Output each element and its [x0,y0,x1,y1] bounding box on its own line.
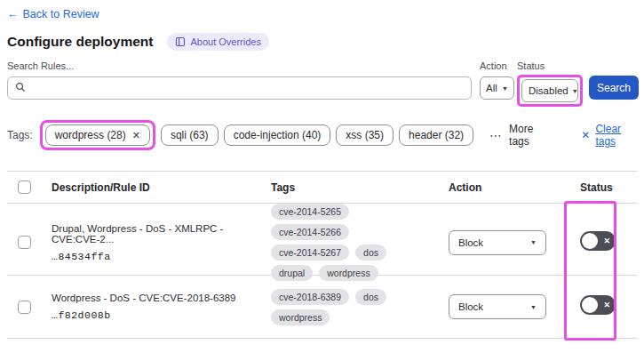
column-header-status: Status [573,181,637,194]
rule-id: …f82d008b [52,309,258,321]
row-checkbox-cell [7,236,52,249]
tags-label: Tags: [7,129,33,141]
action-select-value: Block [458,237,483,248]
search-rules-input[interactable] [31,82,464,94]
search-icon [15,80,26,96]
ellipsis-icon: ⋯ [489,128,503,142]
action-dropdown-value: All [486,83,497,93]
back-link-label: Back to Review [23,8,99,20]
book-icon [175,36,186,47]
tag-chip: dos [355,245,386,261]
status-dropdown-value: Disabled [529,85,568,96]
description-cell: Wordpress - DoS - CVE:CVE-2018-6389 …f82… [52,293,271,321]
status-toggle-off[interactable]: ✕ [580,231,616,251]
tag-chip: dos [355,289,386,305]
rule-description: Drupal, Wordpress - DoS - XMLRPC - CVE:C… [52,223,258,245]
tag-pill-label: header (32) [409,129,464,141]
row-action-cell: Block ▼ [449,294,573,319]
column-header-tags: Tags [271,181,449,194]
tag-chip: wordpress [319,265,378,281]
clear-tags-link[interactable]: ✕ Clear tags [581,123,644,148]
tag-chip: cve-2014-5265 [271,204,349,220]
about-overrides-label: About Overrides [190,36,260,47]
action-label: Action [480,60,514,71]
tag-pill-sqli[interactable]: sqli (63) [161,124,219,146]
status-filter-group: Status Disabled ▼ [517,60,583,107]
clear-tags-label: Clear tags [595,123,644,148]
column-header-description: Description/Rule ID [52,181,271,194]
status-dropdown-annotation-box: Disabled ▼ [517,75,583,107]
back-row: ← Back to Review [0,0,644,21]
rule-description: Wordpress - DoS - CVE:CVE-2018-6389 [52,293,258,303]
more-tags-button[interactable]: ⋯ More tags [489,123,556,148]
tag-pill-wordpress[interactable]: wordpress (28) ✕ [45,124,150,146]
table-row: Wordpress - DoS - CVE:CVE-2018-6389 …f82… [7,276,637,338]
selected-tag-annotation-box: wordpress (28) ✕ [40,120,155,150]
tag-chip: cve-2018-6389 [271,289,349,305]
tag-chip: cve-2014-5266 [271,224,349,240]
header-checkbox-cell [7,180,52,194]
row-checkbox-cell [7,301,52,314]
status-toggle-off[interactable]: ✕ [580,295,616,315]
row-status-cell: ✕ [573,231,637,254]
back-arrow-icon: ← [7,8,19,20]
table-row: Drupal, Wordpress - DoS - XMLRPC - CVE:C… [7,204,637,276]
action-select-value: Block [458,301,483,312]
toggle-off-icon: ✕ [603,237,610,245]
toggle-knob [582,297,598,313]
status-dropdown[interactable]: Disabled ▼ [521,79,578,102]
tag-chip: drupal [271,265,313,281]
chevron-down-icon: ▼ [530,239,537,245]
status-label: Status [517,60,583,71]
description-cell: Drupal, Wordpress - DoS - XMLRPC - CVE:C… [52,223,271,262]
filters-bar: Search Rules... Action All ▼ Status Disa… [0,51,644,107]
tag-pill-xss[interactable]: xss (35) [336,124,394,146]
action-dropdown[interactable]: All ▼ [480,76,514,100]
column-header-action: Action [449,181,573,194]
tag-pill-code-injection[interactable]: code-injection (40) [224,124,331,146]
page-title: Configure deployment [7,34,153,50]
chevron-down-icon: ▼ [572,88,578,94]
row-status-cell: ✕ [573,295,637,318]
select-all-checkbox[interactable] [18,180,31,194]
more-tags-label: More tags [509,123,556,148]
about-overrides-badge[interactable]: About Overrides [167,33,268,51]
search-box [7,76,472,100]
row-tags-cell: cve-2018-6389 dos wordpress [271,289,449,325]
tags-bar: Tags: wordpress (28) ✕ sqli (63) code-in… [0,107,644,150]
search-group: Search Rules... [7,60,472,100]
title-row: Configure deployment About Overrides [0,21,644,51]
remove-tag-icon[interactable]: ✕ [132,130,140,141]
tag-pill-header[interactable]: header (32) [399,124,473,146]
search-rules-label: Search Rules... [7,60,472,71]
configure-deployment-page: ← Back to Review Configure deployment Ab… [0,0,644,361]
clear-x-icon: ✕ [581,129,590,141]
row-action-cell: Block ▼ [449,230,573,255]
action-select[interactable]: Block ▼ [449,294,546,319]
rules-table: Description/Rule ID Tags Action Status D… [7,171,637,339]
row-checkbox[interactable] [18,301,31,314]
tag-chip: wordpress [271,309,330,325]
toggle-knob [582,233,598,249]
tag-chip: cve-2014-5267 [271,245,349,261]
row-tags-cell: cve-2014-5265 cve-2014-5266 cve-2014-526… [271,204,449,281]
chevron-down-icon: ▼ [502,85,508,92]
chevron-down-icon: ▼ [530,304,537,310]
back-to-review-link[interactable]: ← Back to Review [7,8,99,20]
tag-pill-label: code-injection (40) [234,129,322,141]
tag-pill-label: sqli (63) [171,129,209,141]
action-select[interactable]: Block ▼ [449,230,546,255]
tag-pill-label: xss (35) [346,129,384,141]
search-button[interactable]: Search [589,76,639,100]
rule-id: …84534ffa [52,251,258,262]
row-checkbox[interactable] [18,236,31,249]
tag-pill-label: wordpress (28) [55,129,126,141]
toggle-off-icon: ✕ [603,301,610,309]
action-filter-group: Action All ▼ [480,60,514,100]
table-header-row: Description/Rule ID Tags Action Status [7,172,637,204]
